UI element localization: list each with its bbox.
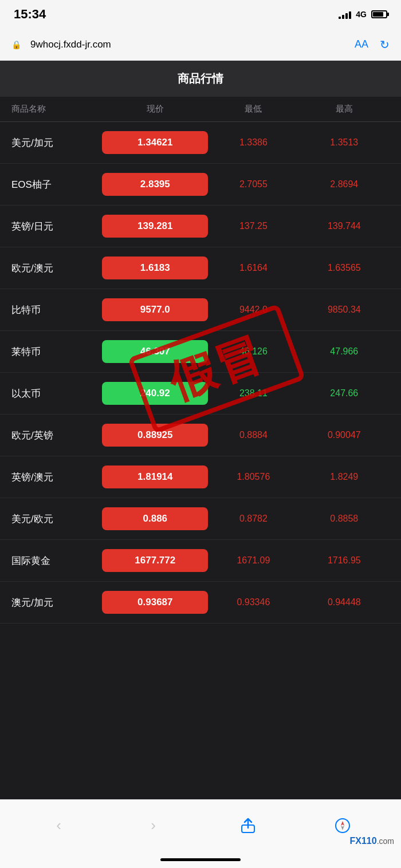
row-low: 238.11: [208, 388, 298, 399]
table-row: 美元/欧元 0.886 0.8782 0.8858: [0, 498, 401, 540]
row-price-button[interactable]: 0.93687: [102, 591, 208, 614]
row-high: 1.63565: [299, 263, 390, 273]
row-name: 澳元/加元: [11, 596, 102, 609]
browser-bar: 🔒 9whocj.fxdd-jr.com AA ↻: [0, 29, 401, 61]
table-row: 英镑/澳元 1.81914 1.80576 1.8249: [0, 456, 401, 498]
col-header-name: 商品名称: [11, 104, 102, 115]
x110-com-label: .com: [377, 837, 394, 846]
row-name: EOS柚子: [11, 178, 102, 191]
row-name: 国际黄金: [11, 554, 102, 567]
signal-bars-icon: [339, 10, 351, 19]
signal-4g-label: 4G: [356, 10, 367, 19]
row-high: 247.66: [299, 388, 390, 399]
row-name: 欧元/澳元: [11, 262, 102, 275]
status-bar: 15:34 4G: [0, 0, 401, 29]
svg-marker-3: [341, 826, 344, 830]
row-high: 1716.95: [299, 555, 390, 566]
bottom-nav: ‹ › FX 110 .com: [0, 799, 401, 851]
x110-fx-label: FX: [350, 836, 361, 846]
row-low: 0.8782: [208, 514, 298, 524]
row-low: 2.7055: [208, 179, 298, 190]
row-price-button[interactable]: 240.92: [102, 382, 208, 405]
home-line: [160, 858, 241, 861]
page-title-bar: 商品行情: [0, 61, 401, 97]
table-row: 欧元/英镑 0.88925 0.8884 0.90047: [0, 415, 401, 456]
row-price-button[interactable]: 1.6183: [102, 257, 208, 279]
svg-marker-2: [341, 821, 344, 826]
row-low: 137.25: [208, 221, 298, 231]
row-high: 47.966: [299, 346, 390, 357]
row-name: 美元/欧元: [11, 512, 102, 526]
col-header-high: 最高: [299, 104, 390, 115]
back-button[interactable]: ‹: [46, 813, 72, 838]
page-title: 商品行情: [178, 72, 223, 85]
table-area: 假冒 美元/加元 1.34621 1.3386 1.3513 EOS柚子 2.8…: [0, 122, 401, 624]
refresh-button[interactable]: ↻: [380, 38, 390, 52]
col-header-low: 最低: [208, 104, 298, 115]
row-low: 1.3386: [208, 137, 298, 148]
row-name: 美元/加元: [11, 136, 102, 149]
browser-url[interactable]: 9whocj.fxdd-jr.com: [30, 39, 111, 50]
row-name: 莱特币: [11, 345, 102, 358]
table-row: EOS柚子 2.8395 2.7055 2.8694: [0, 164, 401, 206]
row-high: 2.8694: [299, 179, 390, 190]
row-name: 以太币: [11, 387, 102, 400]
row-high: 0.94448: [299, 597, 390, 607]
table-row: 国际黄金 1677.772 1671.09 1716.95: [0, 540, 401, 582]
browser-actions: AA ↻: [355, 38, 390, 52]
row-low: 0.93346: [208, 597, 298, 607]
row-low: 1.80576: [208, 472, 298, 482]
row-price-button[interactable]: 1.81914: [102, 465, 208, 488]
home-indicator: [0, 851, 401, 868]
row-low: 1671.09: [208, 555, 298, 566]
row-high: 0.90047: [299, 430, 390, 440]
row-price-button[interactable]: 1677.772: [102, 549, 208, 572]
col-header-price: 现价: [102, 104, 208, 115]
forward-icon: ›: [151, 816, 156, 834]
table-row: 英镑/日元 139.281 137.25 139.744: [0, 206, 401, 247]
table-row: 莱特币 46.307 46.126 47.966: [0, 331, 401, 373]
row-price-button[interactable]: 139.281: [102, 215, 208, 238]
row-price-button[interactable]: 0.886: [102, 507, 208, 530]
table-row: 澳元/加元 0.93687 0.93346 0.94448: [0, 582, 401, 624]
back-icon: ‹: [56, 816, 61, 834]
row-low: 1.6164: [208, 263, 298, 273]
status-time: 15:34: [14, 7, 46, 22]
row-low: 9442.0: [208, 305, 298, 315]
row-high: 0.8858: [299, 514, 390, 524]
table-header: 商品名称 现价 最低 最高: [0, 97, 401, 122]
row-high: 9850.34: [299, 305, 390, 315]
table-row: 比特币 9577.0 9442.0 9850.34: [0, 289, 401, 331]
row-high: 1.8249: [299, 472, 390, 482]
forward-button[interactable]: ›: [141, 813, 166, 838]
row-price-button[interactable]: 1.34621: [102, 131, 208, 154]
x110-main-label: 110: [361, 836, 377, 846]
table-row: 美元/加元 1.34621 1.3386 1.3513: [0, 122, 401, 164]
battery-icon: [371, 10, 387, 18]
main-content: 商品行情 商品名称 现价 最低 最高 假冒 美元/加元 1.34621 1.33…: [0, 61, 401, 799]
row-name: 英镑/澳元: [11, 471, 102, 484]
text-size-button[interactable]: AA: [355, 38, 368, 50]
row-price-button[interactable]: 46.307: [102, 340, 208, 363]
row-name: 欧元/英镑: [11, 429, 102, 442]
row-name: 英镑/日元: [11, 220, 102, 233]
row-high: 1.3513: [299, 137, 390, 148]
lock-icon: 🔒: [11, 40, 21, 49]
row-low: 0.8884: [208, 430, 298, 440]
row-price-button[interactable]: 0.88925: [102, 424, 208, 447]
row-price-button[interactable]: 9577.0: [102, 298, 208, 321]
compass-button[interactable]: [330, 813, 355, 838]
share-button[interactable]: [235, 813, 261, 838]
svg-point-1: [336, 819, 349, 833]
row-high: 139.744: [299, 221, 390, 231]
row-price-button[interactable]: 2.8395: [102, 173, 208, 196]
table-row: 欧元/澳元 1.6183 1.6164 1.63565: [0, 247, 401, 289]
row-name: 比特币: [11, 303, 102, 317]
x110-logo: FX 110 .com: [350, 836, 395, 846]
table-row: 以太币 240.92 238.11 247.66: [0, 373, 401, 415]
status-icons: 4G: [339, 10, 387, 19]
row-low: 46.126: [208, 346, 298, 357]
